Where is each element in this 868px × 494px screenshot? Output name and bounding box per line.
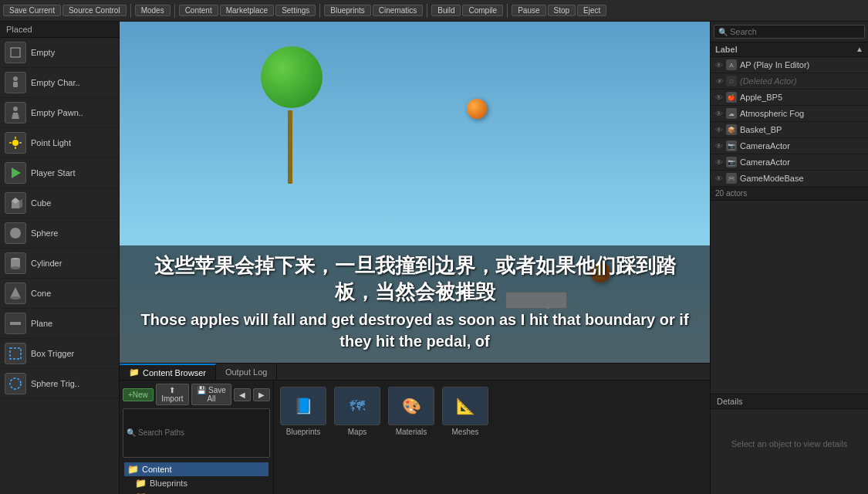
settings-button[interactable]: Settings [275,5,316,16]
blueprints-label: Blueprints [286,428,320,436]
cinematics-button[interactable]: Cinematics [373,5,423,16]
sidebar-item-label: Player Start [31,168,114,178]
folder-icon: 📁 [135,492,147,495]
tab-output-log[interactable]: Output Log [216,364,277,380]
grid-item-meshes[interactable]: 📐 Meshes [442,387,488,436]
eject-button[interactable]: Eject [577,5,606,16]
bottom-right-panel: 📘 Blueprints 🗺 Maps 🎨 Materials 📐 [274,381,710,494]
content-button[interactable]: Content [179,5,218,16]
toolbar-separator-5 [507,4,508,18]
grid-item-blueprints[interactable]: 📘 Blueprints [280,387,326,436]
blueprints-thumb: 📘 [280,387,326,425]
search-icon: 🔍 [127,428,136,437]
outliner-item-ap[interactable]: 👁 A AP (Play In Editor) [711,57,868,73]
build-button[interactable]: Build [431,5,461,16]
visibility-icon: 👁 [715,174,723,183]
stop-button[interactable]: Stop [548,5,576,16]
nav-forward-button[interactable]: ▶ [253,388,270,401]
svg-rect-2 [13,82,18,87]
sidebar-item-label: Cube [31,198,114,208]
sidebar-item-cone[interactable]: Cone [0,279,119,309]
sidebar-item-sphere[interactable]: Sphere [0,218,119,249]
sidebar-item-empty-actor[interactable]: Empty [0,38,119,68]
outliner-item-camera-actor-2[interactable]: 👁 📷 CameraActor [711,154,868,171]
empty-char-icon [5,72,26,93]
save-all-button[interactable]: 💾 Save All [191,384,231,405]
search-paths-input[interactable] [138,428,266,437]
sidebar-item-cylinder[interactable]: Cylinder [0,249,119,279]
outliner-label-header: Label [715,45,738,54]
compile-button[interactable]: Compile [462,5,503,16]
search-paths-box[interactable]: 🔍 [123,408,270,458]
folder-list: 📁 Content 📁 Blueprints 📁 Maps 📁 [123,461,270,495]
sidebar-item-player-start[interactable]: Player Start [0,158,119,188]
sidebar-item-label: Cone [31,289,114,298]
details-tab[interactable]: Details [711,394,868,409]
visibility-icon: 👁 [715,126,723,134]
player-start-icon [5,162,26,184]
nav-back-button[interactable]: ◀ [234,388,251,401]
visibility-icon: 👁 [715,93,723,102]
toolbar-separator-3 [319,4,320,18]
outliner-item-apple-bp5[interactable]: 👁 🍎 Apple_BP5 [711,90,868,106]
sidebar-item-empty-char[interactable]: Empty Char.. [0,68,119,98]
folder-item-maps[interactable]: 📁 Maps [124,490,269,495]
toolbar-separator-4 [427,4,427,18]
search-right-input[interactable] [730,27,860,36]
visibility-icon: 👁 [715,142,723,151]
tab-content-browser[interactable]: 📁 Content Browser [120,364,216,380]
actor-icon: ☁ [726,108,737,119]
new-button[interactable]: +New [123,388,154,401]
actor-icon: 🍎 [726,92,737,103]
subtitle-area: 这些苹果会掉下来，一旦我撞到边界，或者如果他们踩到踏板，当然会被摧毁 Those… [120,245,710,363]
tree-ball [261,46,323,108]
outliner-item-camera-actor-1[interactable]: 👁 📷 CameraActor [711,138,868,154]
pause-button[interactable]: Pause [512,5,545,16]
folder-item-content[interactable]: 📁 Content [124,462,269,476]
toolbar-separator [130,4,131,18]
sidebar-item-empty-pawn[interactable]: Empty Pawn.. [0,98,119,128]
materials-label: Materials [396,428,427,436]
left-panel: Placed Empty Empty Char.. Empty Pawn.. P… [0,22,120,494]
sidebar-item-plane[interactable]: Plane [0,309,119,339]
save-current-button[interactable]: Save Current [3,5,61,16]
blueprints-button[interactable]: Blueprints [324,5,370,16]
actor-label: CameraActor [740,141,863,151]
svg-marker-17 [10,287,21,298]
visibility-icon: 👁 [715,158,723,167]
marketplace-button[interactable]: Marketplace [220,5,274,16]
sidebar-item-box-trigger[interactable]: Box Trigger [0,339,119,369]
viewport-area[interactable]: 这些苹果会掉下来，一旦我撞到边界，或者如果他们踩到踏板，当然会被摧毁 Those… [120,22,710,363]
materials-thumb: 🎨 [388,387,434,425]
outliner-item-deleted[interactable]: 👁 D (Deleted Actor) [711,73,868,90]
sidebar-item-point-light[interactable]: Point Light [0,128,119,158]
details-panel: Details Select an object to view details [711,394,868,494]
grid-item-maps[interactable]: 🗺 Maps [334,387,380,436]
svg-point-21 [10,378,21,389]
modes-button[interactable]: Modes [135,5,171,16]
sidebar-item-sphere-trigger[interactable]: Sphere Trig.. [0,369,119,399]
right-search-area: 🔍 [711,22,868,42]
folder-icon: 📁 [127,464,139,475]
outliner-item-game-mode-base[interactable]: 👁 🎮 GameModeBase [711,171,868,187]
actor-count: 20 actors [711,187,868,201]
outliner-item-basket-bp[interactable]: 👁 📦 Basket_BP [711,122,868,138]
import-button[interactable]: ⬆ Import [156,384,189,405]
meshes-label: Meshes [451,428,478,436]
cone-icon [5,283,26,304]
source-control-button[interactable]: Source Control [62,5,127,16]
search-right-box[interactable]: 🔍 [714,25,865,39]
sidebar-item-cube[interactable]: Cube [0,188,119,218]
svg-point-3 [13,107,18,111]
svg-point-18 [10,296,21,299]
sidebar-item-label: Empty Char.. [31,78,114,87]
expand-icon: ▲ [856,45,863,54]
grid-item-materials[interactable]: 🎨 Materials [388,387,434,436]
maps-thumb: 🗺 [334,387,380,425]
sidebar-item-label: Box Trigger [31,349,114,358]
folder-item-blueprints[interactable]: 📁 Blueprints [124,476,269,490]
outliner-item-atmospheric-fog[interactable]: 👁 ☁ Atmospheric Fog [711,106,868,122]
cylinder-icon [5,252,26,274]
svg-marker-9 [12,167,21,178]
actor-label: CameraActor [740,157,863,167]
